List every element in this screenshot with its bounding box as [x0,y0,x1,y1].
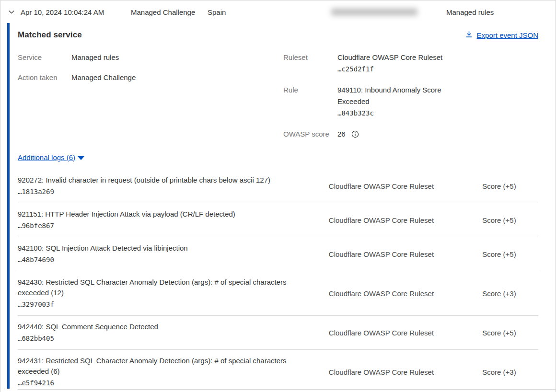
additional-logs-table: 920272: Invalid character in request (ou… [18,169,538,392]
log-description: 942100: SQL Injection Attack Detected vi… [18,243,314,254]
next-row-divider [18,389,556,390]
rule-id: …843b323c [337,107,457,119]
caret-down-icon [78,156,84,160]
log-row: 942100: SQL Injection Attack Detected vi… [18,237,538,271]
log-rule-id: …3297003f [18,299,314,310]
export-event-json-label: Export event JSON [477,31,538,39]
info-icon[interactable] [351,130,359,138]
matched-service-title: Matched service [18,30,82,40]
log-row: 921151: HTTP Header Injection Attack via… [18,203,538,237]
log-description: 942430: Restricted SQL Character Anomaly… [18,277,314,298]
log-score: Score (+5) [482,182,538,190]
export-event-json-link[interactable]: Export event JSON [465,31,538,39]
redacted-client-info [331,8,417,15]
log-ruleset: Cloudflare OWASP Core Ruleset [329,250,482,258]
rule-field: Rule 949110: Inbound Anomaly Score Excee… [283,84,538,119]
log-rule-id: …1813a269 [18,186,314,197]
owasp-score-label: OWASP score [283,128,337,140]
owasp-score-field: OWASP score 26 [283,128,538,140]
rule-name: 949110: Inbound Anomaly Score Exceeded [337,84,457,107]
service-label: Service [18,52,71,63]
action-taken-field: Action taken Managed Challenge [18,72,283,83]
log-score: Score (+5) [482,216,538,224]
firewall-event-detail-panel: Apr 10, 2024 10:04:24 AM Managed Challen… [0,0,556,392]
log-score: Score (+3) [482,289,538,298]
event-country: Spain [208,8,226,16]
log-rule-id: …682bb405 [18,333,314,344]
matched-service-details: Service Managed rules Action taken Manag… [18,52,538,150]
log-row: 942440: SQL Comment Sequence Detected …6… [18,316,538,350]
chevron-down-icon[interactable] [7,7,16,17]
download-icon [465,31,473,39]
owasp-score-value: 26 [337,128,346,140]
event-row-header[interactable]: Apr 10, 2024 10:04:24 AM Managed Challen… [0,0,556,23]
ruleset-label: Ruleset [283,52,337,75]
log-description: 942431: Restricted SQL Character Anomaly… [18,356,314,377]
service-field: Service Managed rules [18,52,283,63]
log-rule-id: …96bfe867 [18,220,314,231]
log-score: Score (+3) [482,368,538,376]
log-description: 942440: SQL Comment Sequence Detected [18,322,314,332]
log-row: 920272: Invalid character in request (ou… [18,169,538,203]
additional-logs-toggle[interactable]: Additional logs (6) [18,153,84,161]
action-taken-label: Action taken [18,72,71,83]
log-rule-id: …48b74690 [18,254,314,265]
log-rule-id: …e5f94216 [18,378,314,388]
ruleset-id: …c25d2f1f [337,63,442,75]
event-service: Managed rules [446,8,494,16]
log-description: 921151: HTTP Header Injection Attack via… [18,209,314,219]
service-value: Managed rules [71,52,119,63]
log-ruleset: Cloudflare OWASP Core Ruleset [329,216,482,224]
log-description: 920272: Invalid character in request (ou… [18,175,314,185]
rule-label: Rule [283,84,337,119]
event-detail-body: Matched service Export event JSON Servic… [0,23,556,392]
action-taken-value: Managed Challenge [71,72,136,83]
log-ruleset: Cloudflare OWASP Core Ruleset [329,329,482,337]
ruleset-name: Cloudflare OWASP Core Ruleset [337,52,442,63]
log-ruleset: Cloudflare OWASP Core Ruleset [329,182,482,190]
event-timestamp: Apr 10, 2024 10:04:24 AM [21,8,104,16]
event-action: Managed Challenge [131,8,195,16]
log-score: Score (+5) [482,329,538,337]
log-ruleset: Cloudflare OWASP Core Ruleset [329,289,482,298]
log-row: 942431: Restricted SQL Character Anomaly… [18,350,538,392]
additional-logs-label: Additional logs (6) [18,153,75,161]
log-score: Score (+5) [482,250,538,258]
log-ruleset: Cloudflare OWASP Core Ruleset [329,368,482,376]
log-row: 942430: Restricted SQL Character Anomaly… [18,271,538,316]
ruleset-field: Ruleset Cloudflare OWASP Core Ruleset …c… [283,52,538,75]
